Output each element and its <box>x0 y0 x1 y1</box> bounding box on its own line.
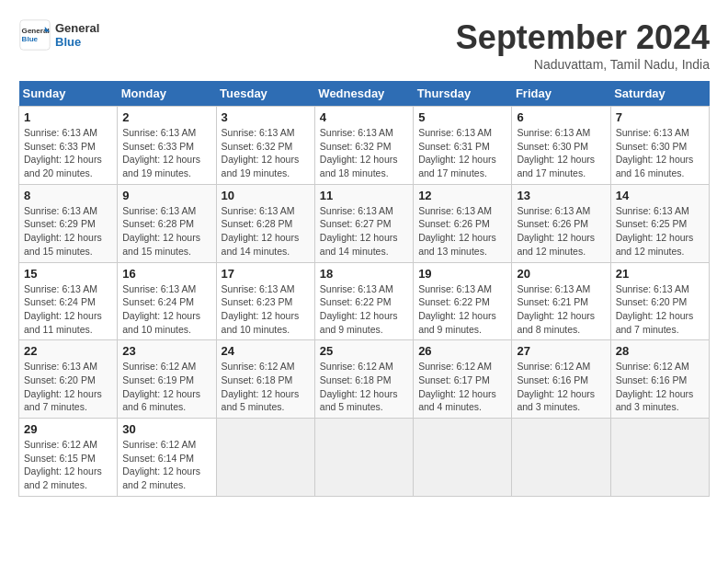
calendar-cell: 23Sunrise: 6:12 AMSunset: 6:19 PMDayligh… <box>118 340 216 419</box>
logo-icon: General Blue <box>18 18 51 52</box>
col-thursday: Thursday <box>414 81 512 107</box>
day-number: 24 <box>222 344 310 358</box>
day-info: Sunrise: 6:12 AMSunset: 6:15 PMDaylight:… <box>24 438 112 492</box>
day-number: 15 <box>24 267 112 281</box>
day-number: 11 <box>320 189 408 202</box>
day-number: 26 <box>418 344 506 358</box>
calendar-cell: 22Sunrise: 6:13 AMSunset: 6:20 PMDayligh… <box>19 340 118 419</box>
day-number: 13 <box>517 189 605 202</box>
day-number: 17 <box>222 267 310 281</box>
day-info: Sunrise: 6:13 AMSunset: 6:30 PMDaylight:… <box>616 126 704 180</box>
calendar-cell: 2Sunrise: 6:13 AMSunset: 6:33 PMDaylight… <box>118 107 216 185</box>
day-number: 27 <box>517 344 605 358</box>
day-info: Sunrise: 6:12 AMSunset: 6:16 PMDaylight:… <box>616 360 704 414</box>
day-info: Sunrise: 6:12 AMSunset: 6:19 PMDaylight:… <box>122 360 210 414</box>
col-saturday: Saturday <box>610 81 709 107</box>
calendar-row: 22Sunrise: 6:13 AMSunset: 6:20 PMDayligh… <box>19 340 710 419</box>
calendar-cell: 12Sunrise: 6:13 AMSunset: 6:26 PMDayligh… <box>414 184 512 262</box>
calendar-cell: 9Sunrise: 6:13 AMSunset: 6:28 PMDaylight… <box>118 184 216 262</box>
calendar-cell: 14Sunrise: 6:13 AMSunset: 6:25 PMDayligh… <box>610 184 709 262</box>
col-monday: Monday <box>118 81 216 107</box>
calendar-cell <box>414 419 512 497</box>
col-tuesday: Tuesday <box>216 81 314 107</box>
calendar-table: Sunday Monday Tuesday Wednesday Thursday… <box>18 81 710 497</box>
logo-blue-text: Blue <box>55 35 99 49</box>
calendar-cell <box>216 419 314 497</box>
day-info: Sunrise: 6:12 AMSunset: 6:18 PMDaylight:… <box>222 360 310 414</box>
day-info: Sunrise: 6:12 AMSunset: 6:16 PMDaylight:… <box>517 360 605 414</box>
day-number: 7 <box>616 110 704 124</box>
day-info: Sunrise: 6:12 AMSunset: 6:14 PMDaylight:… <box>122 438 210 492</box>
calendar-cell: 8Sunrise: 6:13 AMSunset: 6:29 PMDaylight… <box>19 184 118 262</box>
calendar-cell: 27Sunrise: 6:12 AMSunset: 6:16 PMDayligh… <box>512 340 610 419</box>
day-number: 16 <box>122 267 210 281</box>
day-info: Sunrise: 6:13 AMSunset: 6:27 PMDaylight:… <box>320 204 408 259</box>
day-number: 4 <box>320 110 408 124</box>
day-number: 3 <box>222 110 310 124</box>
calendar-cell: 16Sunrise: 6:13 AMSunset: 6:24 PMDayligh… <box>118 262 216 340</box>
calendar-cell: 7Sunrise: 6:13 AMSunset: 6:30 PMDaylight… <box>610 107 709 185</box>
day-number: 20 <box>517 267 605 281</box>
day-info: Sunrise: 6:13 AMSunset: 6:22 PMDaylight:… <box>418 282 506 337</box>
day-number: 10 <box>222 189 310 202</box>
day-number: 2 <box>122 110 210 124</box>
day-number: 22 <box>24 344 112 358</box>
calendar-cell: 25Sunrise: 6:12 AMSunset: 6:18 PMDayligh… <box>314 340 413 419</box>
calendar-cell: 21Sunrise: 6:13 AMSunset: 6:20 PMDayligh… <box>610 262 709 340</box>
calendar-cell: 28Sunrise: 6:12 AMSunset: 6:16 PMDayligh… <box>610 340 709 419</box>
page-header: General Blue General Blue September 2024… <box>18 18 710 72</box>
day-info: Sunrise: 6:13 AMSunset: 6:33 PMDaylight:… <box>122 126 210 180</box>
calendar-cell: 1Sunrise: 6:13 AMSunset: 6:33 PMDaylight… <box>19 107 118 185</box>
logo-general-text: General <box>55 21 99 35</box>
day-number: 14 <box>616 189 704 202</box>
calendar-cell: 15Sunrise: 6:13 AMSunset: 6:24 PMDayligh… <box>19 262 118 340</box>
day-info: Sunrise: 6:13 AMSunset: 6:23 PMDaylight:… <box>222 282 310 337</box>
day-info: Sunrise: 6:12 AMSunset: 6:17 PMDaylight:… <box>418 360 506 414</box>
day-info: Sunrise: 6:13 AMSunset: 6:25 PMDaylight:… <box>616 204 704 259</box>
day-info: Sunrise: 6:13 AMSunset: 6:20 PMDaylight:… <box>24 360 112 414</box>
day-number: 9 <box>122 189 210 202</box>
col-wednesday: Wednesday <box>314 81 413 107</box>
day-info: Sunrise: 6:13 AMSunset: 6:20 PMDaylight:… <box>616 282 704 337</box>
logo: General Blue General Blue <box>18 18 99 52</box>
calendar-cell <box>610 419 709 497</box>
calendar-row: 1Sunrise: 6:13 AMSunset: 6:33 PMDaylight… <box>19 107 710 185</box>
day-number: 5 <box>418 110 506 124</box>
location-text: Naduvattam, Tamil Nadu, India <box>456 57 710 72</box>
calendar-cell: 11Sunrise: 6:13 AMSunset: 6:27 PMDayligh… <box>314 184 413 262</box>
calendar-cell: 19Sunrise: 6:13 AMSunset: 6:22 PMDayligh… <box>414 262 512 340</box>
calendar-cell: 17Sunrise: 6:13 AMSunset: 6:23 PMDayligh… <box>216 262 314 340</box>
day-number: 18 <box>320 267 408 281</box>
day-number: 8 <box>24 189 112 202</box>
day-info: Sunrise: 6:13 AMSunset: 6:29 PMDaylight:… <box>24 204 112 259</box>
day-number: 12 <box>418 189 506 202</box>
day-info: Sunrise: 6:13 AMSunset: 6:32 PMDaylight:… <box>222 126 310 180</box>
day-info: Sunrise: 6:13 AMSunset: 6:24 PMDaylight:… <box>122 282 210 337</box>
day-number: 19 <box>418 267 506 281</box>
day-info: Sunrise: 6:13 AMSunset: 6:30 PMDaylight:… <box>517 126 605 180</box>
calendar-cell: 29Sunrise: 6:12 AMSunset: 6:15 PMDayligh… <box>19 419 118 497</box>
calendar-row: 29Sunrise: 6:12 AMSunset: 6:15 PMDayligh… <box>19 419 710 497</box>
calendar-cell: 20Sunrise: 6:13 AMSunset: 6:21 PMDayligh… <box>512 262 610 340</box>
calendar-cell: 13Sunrise: 6:13 AMSunset: 6:26 PMDayligh… <box>512 184 610 262</box>
calendar-cell <box>314 419 413 497</box>
calendar-cell: 10Sunrise: 6:13 AMSunset: 6:28 PMDayligh… <box>216 184 314 262</box>
title-block: September 2024 Naduvattam, Tamil Nadu, I… <box>456 18 710 72</box>
calendar-cell: 18Sunrise: 6:13 AMSunset: 6:22 PMDayligh… <box>314 262 413 340</box>
day-info: Sunrise: 6:13 AMSunset: 6:32 PMDaylight:… <box>320 126 408 180</box>
day-info: Sunrise: 6:13 AMSunset: 6:31 PMDaylight:… <box>418 126 506 180</box>
calendar-cell: 5Sunrise: 6:13 AMSunset: 6:31 PMDaylight… <box>414 107 512 185</box>
day-info: Sunrise: 6:13 AMSunset: 6:24 PMDaylight:… <box>24 282 112 337</box>
calendar-cell: 24Sunrise: 6:12 AMSunset: 6:18 PMDayligh… <box>216 340 314 419</box>
day-info: Sunrise: 6:13 AMSunset: 6:28 PMDaylight:… <box>122 204 210 259</box>
day-info: Sunrise: 6:13 AMSunset: 6:22 PMDaylight:… <box>320 282 408 337</box>
calendar-cell: 6Sunrise: 6:13 AMSunset: 6:30 PMDaylight… <box>512 107 610 185</box>
svg-text:Blue: Blue <box>22 35 39 43</box>
day-number: 28 <box>616 344 704 358</box>
day-info: Sunrise: 6:12 AMSunset: 6:18 PMDaylight:… <box>320 360 408 414</box>
calendar-cell: 4Sunrise: 6:13 AMSunset: 6:32 PMDaylight… <box>314 107 413 185</box>
calendar-cell: 26Sunrise: 6:12 AMSunset: 6:17 PMDayligh… <box>414 340 512 419</box>
day-info: Sunrise: 6:13 AMSunset: 6:21 PMDaylight:… <box>517 282 605 337</box>
day-number: 23 <box>122 344 210 358</box>
col-sunday: Sunday <box>19 81 118 107</box>
